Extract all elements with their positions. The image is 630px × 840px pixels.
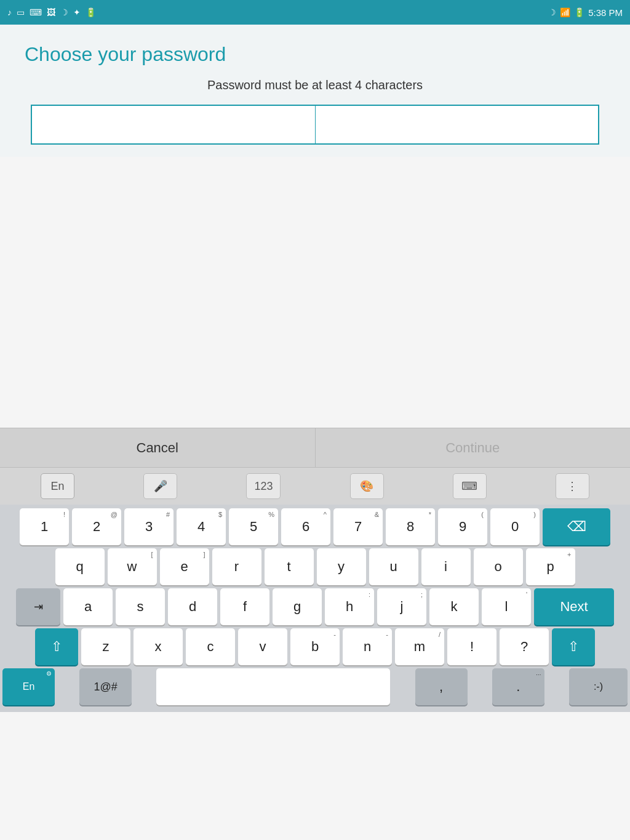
numbers-label: 123 bbox=[254, 480, 273, 493]
keyboard-icon: ⌨ bbox=[30, 7, 42, 17]
keyboard-row-bottom: En⚙ 1@# , .… :-) bbox=[2, 668, 628, 705]
key-y[interactable]: y bbox=[317, 548, 366, 585]
key-7[interactable]: 7& bbox=[333, 508, 383, 545]
key-5[interactable]: 5% bbox=[229, 508, 278, 545]
key-x[interactable]: x bbox=[134, 628, 183, 665]
password-subtitle: Password must be at least 4 characters bbox=[25, 78, 605, 92]
comma-key[interactable]: , bbox=[415, 668, 468, 705]
key-question[interactable]: ? bbox=[500, 628, 549, 665]
key-d[interactable]: d bbox=[168, 588, 217, 625]
key-l[interactable]: l' bbox=[482, 588, 531, 625]
mic-icon: 🎤 bbox=[154, 479, 167, 493]
key-u[interactable]: u bbox=[369, 548, 418, 585]
continue-button[interactable]: Continue bbox=[316, 428, 631, 467]
keyboard-row-asdf: ⇥ a s d f g h: j; k l' Next bbox=[2, 588, 628, 625]
key-2[interactable]: 2@ bbox=[72, 508, 121, 545]
keyboard: 1! 2@ 3# 4$ 5% 6^ 7& 8* 9( 0) ⌫ q w[ e] … bbox=[0, 505, 630, 712]
more-icon: ⋮ bbox=[567, 479, 578, 493]
key-4[interactable]: 4$ bbox=[177, 508, 226, 545]
keyboard-action-bar: Cancel Continue bbox=[0, 428, 630, 468]
status-bar-left-icons: ♪ ▭ ⌨ 🖼 ☽ ✦ 🔋 bbox=[7, 7, 96, 17]
password-confirm-field[interactable] bbox=[316, 106, 599, 143]
key-b[interactable]: b- bbox=[290, 628, 340, 665]
page-title: Choose your password bbox=[25, 43, 605, 66]
palette-icon: 🎨 bbox=[360, 479, 373, 493]
keyboard-palette-button[interactable]: 🎨 bbox=[350, 473, 384, 499]
lang-label: En bbox=[51, 480, 65, 493]
key-r[interactable]: r bbox=[212, 548, 261, 585]
key-3[interactable]: 3# bbox=[124, 508, 173, 545]
keyboard-hide-button[interactable]: ⌨ bbox=[453, 473, 487, 499]
moon-icon-right: ☽ bbox=[548, 7, 556, 17]
key-a[interactable]: a bbox=[63, 588, 113, 625]
key-n[interactable]: n- bbox=[343, 628, 392, 665]
key-w[interactable]: w[ bbox=[108, 548, 157, 585]
shift-key-right[interactable]: ⇧ bbox=[552, 628, 595, 665]
key-j[interactable]: j; bbox=[377, 588, 426, 625]
key-v[interactable]: v bbox=[238, 628, 287, 665]
password-field[interactable] bbox=[32, 106, 316, 143]
key-p[interactable]: p+ bbox=[526, 548, 575, 585]
moon-icon-left: ☽ bbox=[60, 7, 68, 17]
tab-key[interactable]: ⇥ bbox=[16, 588, 60, 625]
main-content: Choose your password Password must be at… bbox=[0, 25, 630, 157]
settings-icon: ✦ bbox=[73, 7, 81, 17]
shift-key[interactable]: ⇧ bbox=[35, 628, 78, 665]
content-spacer bbox=[0, 157, 630, 428]
key-exclaim[interactable]: ! bbox=[447, 628, 496, 665]
key-e[interactable]: e] bbox=[160, 548, 209, 585]
keyboard-hide-icon: ⌨ bbox=[461, 479, 477, 493]
keyboard-more-button[interactable]: ⋮ bbox=[556, 473, 589, 499]
key-k[interactable]: k bbox=[429, 588, 479, 625]
battery-saver-icon: 🔋 bbox=[86, 7, 96, 17]
key-f[interactable]: f bbox=[220, 588, 269, 625]
key-t[interactable]: t bbox=[265, 548, 314, 585]
keyboard-lang-button[interactable]: En bbox=[41, 473, 74, 499]
key-9[interactable]: 9( bbox=[438, 508, 487, 545]
screen-icon: ▭ bbox=[17, 7, 25, 17]
key-0[interactable]: 0) bbox=[490, 508, 540, 545]
keyboard-row-numbers: 1! 2@ 3# 4$ 5% 6^ 7& 8* 9( 0) ⌫ bbox=[2, 508, 628, 545]
keyboard-mic-button[interactable]: 🎤 bbox=[143, 473, 177, 499]
music-icon: ♪ bbox=[7, 7, 12, 17]
cancel-button[interactable]: Cancel bbox=[0, 428, 316, 467]
password-input-container bbox=[31, 105, 599, 145]
key-8[interactable]: 8* bbox=[386, 508, 435, 545]
key-g[interactable]: g bbox=[273, 588, 322, 625]
key-o[interactable]: o bbox=[474, 548, 523, 585]
space-key[interactable] bbox=[156, 668, 390, 705]
status-bar-right: ☽ 📶 🔋 5:38 PM bbox=[548, 7, 623, 18]
period-key[interactable]: .… bbox=[492, 668, 544, 705]
emoji-key[interactable]: :-) bbox=[569, 668, 628, 705]
key-i[interactable]: i bbox=[421, 548, 471, 585]
keyboard-numbers-button[interactable]: 123 bbox=[246, 473, 281, 499]
lang-settings-key[interactable]: En⚙ bbox=[2, 668, 55, 705]
key-1[interactable]: 1! bbox=[20, 508, 69, 545]
key-h[interactable]: h: bbox=[325, 588, 374, 625]
keyboard-row-qwerty: q w[ e] r t y u i o p+ bbox=[2, 548, 628, 585]
key-m[interactable]: m/ bbox=[395, 628, 444, 665]
time-display: 5:38 PM bbox=[588, 7, 623, 18]
key-q[interactable]: q bbox=[55, 548, 105, 585]
key-c[interactable]: c bbox=[186, 628, 235, 665]
key-6[interactable]: 6^ bbox=[281, 508, 330, 545]
image-icon: 🖼 bbox=[47, 7, 55, 17]
battery-charging-icon: 🔋 bbox=[574, 7, 584, 17]
next-key[interactable]: Next bbox=[534, 588, 614, 625]
wifi-icon: 📶 bbox=[560, 7, 570, 17]
num-symbol-key[interactable]: 1@# bbox=[79, 668, 132, 705]
key-s[interactable]: s bbox=[116, 588, 165, 625]
status-bar: ♪ ▭ ⌨ 🖼 ☽ ✦ 🔋 ☽ 📶 🔋 5:38 PM bbox=[0, 0, 630, 25]
backspace-key[interactable]: ⌫ bbox=[543, 508, 610, 545]
keyboard-toolbar: En 🎤 123 🎨 ⌨ ⋮ bbox=[0, 468, 630, 505]
key-z[interactable]: z bbox=[81, 628, 130, 665]
keyboard-row-zxcv: ⇧ z x c v b- n- m/ ! ? ⇧ bbox=[2, 628, 628, 665]
